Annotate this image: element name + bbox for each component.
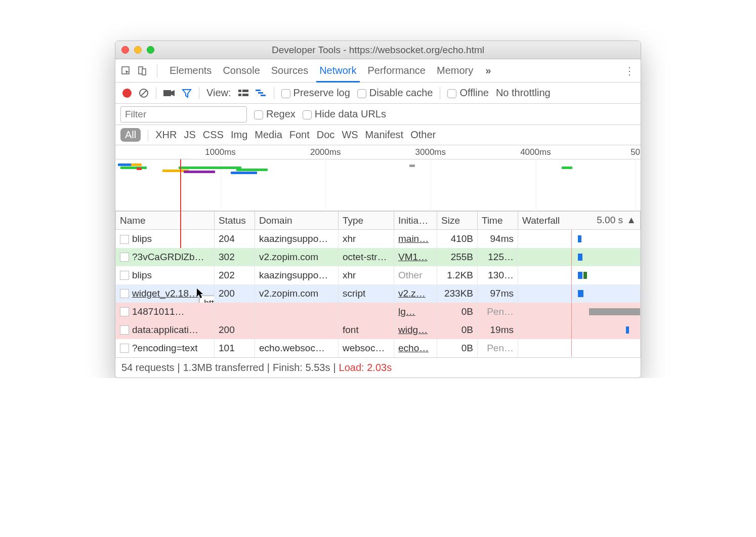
cell-name[interactable]: blips (116, 230, 215, 248)
clear-icon[interactable] (139, 88, 149, 98)
cell-waterfall (518, 266, 641, 284)
status-requests: 54 requests (121, 362, 175, 374)
col-initiator[interactable]: Initia… (394, 212, 437, 230)
preserve-log-option[interactable]: Preserve log (281, 87, 350, 99)
inspect-element-icon[interactable] (120, 65, 132, 76)
table-row[interactable]: ?3vCaGRDlZb…302v2.zopim.comoctet-str…VM1… (116, 248, 641, 266)
checkbox-icon[interactable] (254, 110, 263, 119)
type-img[interactable]: Img (231, 129, 247, 141)
file-icon (120, 271, 129, 280)
table-row[interactable]: 14871011…lg…0BPen… (116, 303, 641, 321)
cell-name[interactable]: ?3vCaGRDlZb… (116, 248, 215, 266)
svg-rect-9 (242, 90, 248, 92)
screenshot-icon[interactable] (163, 89, 175, 97)
cell-initiator[interactable]: main… (394, 230, 437, 248)
type-other[interactable]: Other (410, 129, 436, 141)
status-transferred: 1.3MB transferred (183, 362, 264, 374)
type-manifest[interactable]: Manifest (365, 129, 404, 141)
cell-initiator[interactable]: v2.z… (394, 284, 437, 303)
checkbox-icon[interactable] (357, 89, 366, 98)
cell-type: font (339, 321, 394, 339)
waterfall-time-marker: 5.00 s (597, 215, 623, 226)
col-size[interactable]: Size (437, 212, 478, 230)
filter-icon[interactable] (182, 88, 192, 98)
device-toolbar-icon[interactable] (137, 65, 148, 76)
type-all[interactable]: All (120, 128, 141, 142)
cell-size: 255B (437, 248, 478, 266)
tabs-overflow-button[interactable]: » (481, 65, 495, 76)
tab-sources[interactable]: Sources (268, 65, 311, 76)
col-waterfall[interactable]: Waterfall 5.00 s ▲ (518, 212, 641, 230)
cell-initiator[interactable]: widg… (394, 321, 437, 339)
cell-time: 19ms (478, 321, 518, 339)
filter-input[interactable] (120, 106, 247, 122)
cell-name[interactable]: widget_v2.18…https://v2.zopim.com/bin/v/… (116, 284, 215, 303)
cell-initiator[interactable]: VM1… (394, 248, 437, 266)
offline-option[interactable]: Offline (447, 87, 488, 99)
overview-icon[interactable] (256, 90, 267, 97)
close-window-button[interactable] (121, 46, 129, 54)
timeline-overview[interactable]: 1000ms 2000ms 3000ms 4000ms 50 (115, 145, 641, 211)
cell-initiator[interactable]: lg… (394, 303, 437, 321)
settings-menu-button[interactable]: ⋮ (624, 65, 636, 77)
cell-initiator[interactable]: echo… (394, 339, 437, 357)
zoom-window-button[interactable] (147, 46, 154, 54)
cell-name[interactable]: 14871011… (116, 303, 215, 321)
tab-console[interactable]: Console (220, 65, 263, 76)
type-media[interactable]: Media (255, 129, 282, 141)
hide-data-urls-option[interactable]: Hide data URLs (303, 108, 386, 120)
tab-elements[interactable]: Elements (166, 65, 215, 76)
ruler-tick: 4000ms (520, 147, 551, 157)
col-status[interactable]: Status (215, 212, 255, 230)
disable-cache-option[interactable]: Disable cache (357, 87, 433, 99)
tab-memory[interactable]: Memory (434, 65, 476, 76)
col-domain[interactable]: Domain (255, 212, 339, 230)
window-controls (121, 46, 154, 54)
minimize-window-button[interactable] (134, 46, 142, 54)
type-js[interactable]: JS (184, 129, 195, 141)
svg-rect-8 (238, 90, 241, 92)
devtools-window: Developer Tools - https://websocket.org/… (115, 40, 641, 378)
col-name[interactable]: Name (116, 212, 215, 230)
regex-option[interactable]: Regex (254, 108, 296, 120)
table-row[interactable]: data:applicati…200fontwidg…0B19ms (116, 321, 641, 339)
table-row[interactable]: ?encoding=text101echo.websoc…websoc…echo… (116, 339, 641, 357)
type-css[interactable]: CSS (203, 129, 224, 141)
cell-time: 94ms (478, 230, 518, 248)
svg-rect-14 (261, 95, 266, 96)
table-row[interactable]: blips204kaazingsuppo…xhrmain…410B94ms (116, 230, 641, 248)
large-rows-icon[interactable] (238, 89, 248, 97)
throttling-select[interactable]: No throttling (496, 87, 551, 99)
cell-name[interactable]: ?encoding=text (116, 339, 215, 357)
checkbox-icon[interactable] (281, 89, 290, 98)
type-xhr[interactable]: XHR (155, 129, 177, 141)
separator (274, 87, 274, 99)
ruler-tick: 3000ms (415, 147, 446, 157)
cell-name[interactable]: blips (116, 266, 215, 284)
cell-time: Pen… (478, 303, 518, 321)
checkbox-icon[interactable] (447, 89, 456, 98)
cell-waterfall (518, 284, 641, 303)
cell-type: script (339, 284, 394, 303)
cell-status: 200 (215, 321, 255, 339)
cell-initiator[interactable]: Other (394, 266, 437, 284)
url-tooltip: https://v2.zopim.com/bin/v/widget_v2.186… (199, 296, 215, 303)
separator (440, 87, 440, 99)
cell-name[interactable]: data:applicati… (116, 321, 215, 339)
col-time[interactable]: Time (478, 212, 518, 230)
table-row[interactable]: blips202kaazingsuppo…xhrOther1.2KB130… (116, 266, 641, 284)
tab-performance[interactable]: Performance (365, 65, 429, 76)
type-font[interactable]: Font (289, 129, 310, 141)
col-type[interactable]: Type (339, 212, 394, 230)
svg-rect-11 (242, 94, 248, 96)
tab-network[interactable]: Network (316, 65, 359, 82)
cell-domain: v2.zopim.com (255, 284, 339, 303)
record-button[interactable] (122, 89, 132, 98)
cell-domain: kaazingsuppo… (255, 266, 339, 284)
cell-time: Pen… (478, 339, 518, 357)
type-ws[interactable]: WS (342, 129, 358, 141)
table-row[interactable]: widget_v2.18…https://v2.zopim.com/bin/v/… (116, 284, 641, 303)
type-doc[interactable]: Doc (317, 129, 335, 141)
checkbox-icon[interactable] (303, 110, 312, 119)
cell-size: 0B (437, 339, 478, 357)
